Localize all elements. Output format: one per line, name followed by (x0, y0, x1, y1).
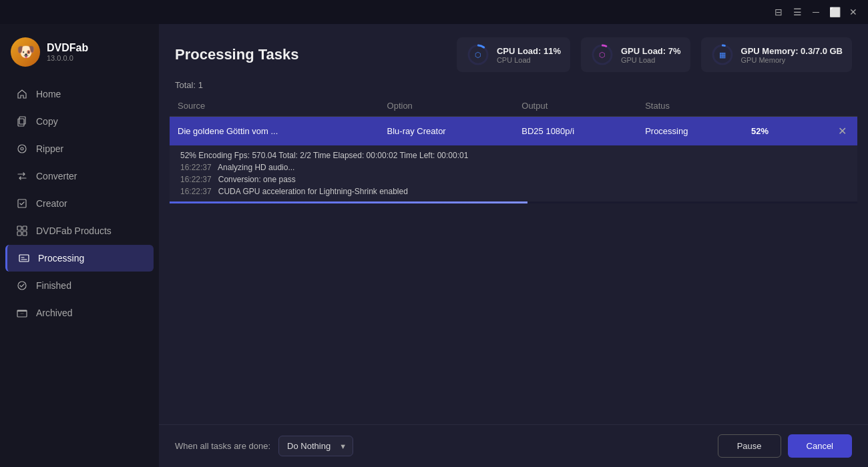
total-label: Total: 1 (159, 80, 868, 95)
status-badge: Processing (645, 126, 688, 136)
task-progress: 52% (743, 117, 803, 146)
close-btn[interactable]: ✕ (844, 3, 863, 21)
bottom-right: Pause Cancel (718, 434, 852, 458)
svg-point-3 (21, 147, 23, 150)
gpu-memory-stat-info: GPU Memory: 0.3/7.0 GB GPU Memory (741, 46, 843, 64)
col-option: Option (379, 95, 514, 117)
select-wrapper: Do Nothing Shut Down Hibernate Sleep ▼ (278, 436, 353, 456)
log-content: 52% Encoding Fps: 570.04 Total: 2/2 Time… (170, 145, 857, 201)
gpu-stat-card: ⬡ GPU Load: 7% GPU Load (581, 37, 690, 72)
cancel-button[interactable]: Cancel (788, 434, 852, 458)
cpu-value: CPU Load: 11% (497, 46, 561, 56)
sidebar-item-finished[interactable]: Finished (5, 272, 154, 299)
table-header-row: Source Option Output Status (170, 95, 857, 117)
app-name: DVDFab (47, 42, 88, 54)
sidebar-item-home-label: Home (36, 89, 61, 99)
gpu-memory-stat-card: ▦ GPU Memory: 0.3/7.0 GB GPU Memory (701, 37, 852, 72)
bottom-left: When all tasks are done: Do Nothing Shut… (175, 436, 353, 456)
content-header: Processing Tasks ⬡ CPU Load: 11% CPU Loa… (159, 24, 868, 80)
log-time-2: 16:22:37 (180, 163, 212, 172)
task-table: Source Option Output Status Die goldene … (170, 95, 857, 203)
gpu-label: GPU Load (621, 56, 681, 64)
sidebar-logo: 🐶 DVDFab 13.0.0.0 (0, 29, 159, 80)
svg-rect-4 (18, 199, 26, 207)
sidebar-item-creator-label: Creator (36, 198, 67, 209)
sidebar-item-archived[interactable]: Archived (5, 300, 154, 326)
gpu-memory-ring: ▦ (710, 43, 734, 67)
sidebar-item-converter[interactable]: Converter (5, 163, 154, 189)
creator-icon (16, 197, 28, 209)
sidebar-item-ripper[interactable]: Ripper (5, 135, 154, 162)
sidebar-item-processing[interactable]: Processing (5, 245, 154, 272)
col-output: Output (513, 95, 637, 117)
log-message-3: Conversion: one pass (218, 175, 296, 184)
col-progress (743, 95, 803, 117)
progress-bar-fill (170, 201, 527, 203)
log-message-2: Analyzing HD audio... (218, 163, 294, 172)
sidebar-item-ripper-label: Ripper (36, 143, 63, 154)
svg-rect-7 (17, 231, 21, 236)
sidebar-item-home[interactable]: Home (5, 81, 154, 107)
sidebar-item-copy-label: Copy (36, 116, 58, 127)
gpu-value: GPU Load: 7% (621, 46, 681, 56)
app-logo-icon: 🐶 (11, 37, 40, 67)
sidebar-item-processing-label: Processing (38, 253, 84, 264)
gpu-stat-info: GPU Load: 7% GPU Load (621, 46, 681, 64)
table-container[interactable]: Source Option Output Status Die goldene … (159, 95, 868, 424)
svg-rect-5 (17, 226, 21, 230)
hamburger-btn[interactable]: ☰ (788, 3, 807, 21)
memory-icon: ▦ (719, 51, 726, 59)
col-status: Status (637, 95, 743, 117)
cpu-stat-card: ⬡ CPU Load: 11% CPU Load (457, 37, 570, 72)
sidebar-item-copy[interactable]: Copy (5, 108, 154, 135)
products-icon (16, 225, 28, 237)
processing-icon (18, 252, 30, 264)
svg-rect-8 (23, 231, 27, 236)
svg-rect-9 (19, 255, 29, 262)
main-layout: 🐶 DVDFab 13.0.0.0 Home (0, 24, 868, 467)
log-message-4: CUDA GPU acceleration for Lightning-Shri… (218, 187, 408, 196)
gpu-chip-icon: ⬡ (599, 51, 606, 59)
cpu-chip-icon: ⬡ (475, 51, 481, 59)
ripper-icon (16, 143, 28, 155)
bottom-bar: When all tasks are done: Do Nothing Shut… (159, 424, 868, 467)
archived-icon (16, 307, 28, 319)
log-line-3: 16:22:37 Conversion: one pass (180, 173, 847, 185)
bookmark-btn[interactable]: ⊟ (769, 3, 788, 21)
minimize-btn[interactable]: ─ (807, 3, 825, 21)
log-line-4: 16:22:37 CUDA GPU acceleration for Light… (180, 185, 847, 197)
log-time-3: 16:22:37 (180, 175, 212, 184)
finished-icon (16, 280, 28, 292)
task-source: Die goldene Göttin vom ... (170, 117, 379, 146)
sidebar-item-dvdfab-products[interactable]: DVDFab Products (5, 217, 154, 244)
log-message-1: 52% Encoding Fps: 570.04 Total: 2/2 Time… (180, 151, 468, 160)
cpu-label: CPU Load (497, 56, 561, 64)
svg-rect-0 (19, 117, 25, 124)
svg-rect-6 (23, 226, 27, 230)
task-output: BD25 1080p/i (513, 117, 637, 146)
progress-badge: 52% (751, 126, 769, 136)
when-done-select[interactable]: Do Nothing Shut Down Hibernate Sleep (278, 436, 353, 456)
task-remove[interactable]: ✕ (803, 117, 857, 146)
sidebar-item-converter-label: Converter (36, 171, 77, 181)
cpu-stat-info: CPU Load: 11% CPU Load (497, 46, 561, 64)
when-done-label: When all tasks are done: (175, 441, 270, 451)
task-option: Blu-ray Creator (379, 117, 514, 146)
sidebar-item-creator[interactable]: Creator (5, 190, 154, 217)
progress-bar-row (170, 201, 857, 203)
sidebar-item-finished-label: Finished (36, 280, 71, 291)
home-icon (16, 88, 28, 100)
restore-btn[interactable]: ⬜ (825, 3, 844, 21)
titlebar: ⊟ ☰ ─ ⬜ ✕ (0, 0, 868, 24)
stats-row: ⬡ CPU Load: 11% CPU Load ⬡ (457, 37, 852, 72)
gpu-memory-value: GPU Memory: 0.3/7.0 GB (741, 46, 843, 56)
sidebar: 🐶 DVDFab 13.0.0.0 Home (0, 24, 159, 467)
remove-task-button[interactable]: ✕ (835, 125, 849, 137)
app-logo-text: DVDFab 13.0.0.0 (47, 42, 88, 62)
table-row[interactable]: Die goldene Göttin vom ... Blu-ray Creat… (170, 117, 857, 146)
pause-button[interactable]: Pause (718, 434, 781, 458)
gpu-ring: ⬡ (590, 43, 614, 67)
log-section: 52% Encoding Fps: 570.04 Total: 2/2 Time… (170, 145, 857, 201)
log-line-1: 52% Encoding Fps: 570.04 Total: 2/2 Time… (180, 149, 847, 161)
col-source: Source (170, 95, 379, 117)
